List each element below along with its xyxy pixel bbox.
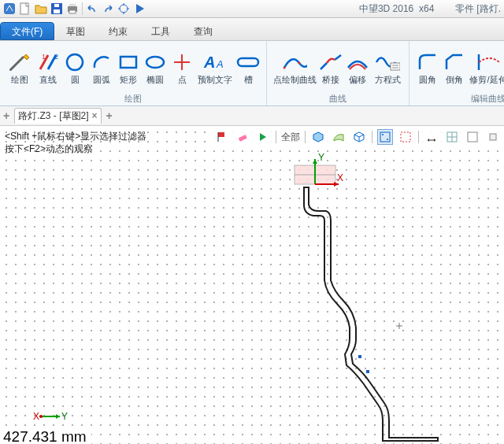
svg-rect-35 [380, 132, 390, 142]
group-label-edit: 编辑曲线 [414, 94, 504, 105]
svg-point-14 [67, 54, 83, 70]
arch-label: x64 [419, 3, 434, 14]
doc-tab-label: 路灯.Z3 - [草图2] [18, 110, 88, 121]
filter-wire-icon[interactable] [351, 129, 367, 145]
svg-rect-27 [391, 63, 400, 70]
dot-grid [0, 126, 504, 444]
group-label-curve: 曲线 [272, 94, 404, 105]
tool-arc[interactable]: 圆弧 [88, 50, 115, 85]
menu-file[interactable]: 文件(F) [0, 22, 54, 40]
tool-ellipse[interactable]: 椭圆 [142, 50, 169, 85]
svg-point-16 [146, 57, 164, 68]
svg-rect-1 [20, 3, 28, 14]
docname-label: [路灯. [476, 3, 501, 14]
svg-point-37 [387, 139, 388, 140]
brand-label: 中望3D [359, 3, 390, 14]
doctype-label: 零件 [455, 3, 474, 14]
svg-rect-4 [54, 4, 59, 7]
menu-bar: 文件(F) 草图 约束 工具 查询 [0, 18, 504, 41]
tool-fillet[interactable]: 圆角 [414, 50, 441, 85]
filter-surface-icon[interactable] [331, 129, 346, 145]
tool-circle[interactable]: 圆 [61, 50, 88, 85]
svg-rect-3 [54, 9, 60, 13]
filter-toolbar: 全部 [213, 129, 502, 145]
svg-text:X: X [33, 411, 39, 422]
new-icon[interactable] [19, 2, 32, 15]
svg-point-8 [120, 5, 128, 13]
doc-tabs: + 路灯.Z3 - [草图2] × + [0, 106, 504, 126]
tool-point-curve[interactable]: 点绘制曲线 [272, 50, 317, 85]
undo-icon[interactable] [86, 2, 98, 15]
doc-tab[interactable]: 路灯.Z3 - [草图2] × [14, 108, 101, 123]
ribbon-group-draw: 绘图 12直线 圆 圆弧 矩形 椭圆 点 AA预制文字 槽 绘图 [0, 41, 267, 105]
open-icon[interactable] [35, 2, 47, 15]
svg-point-36 [382, 134, 384, 135]
title-bar: 中望3D 2016 x64 零件 [路灯. [0, 0, 504, 18]
filter-dim-icon[interactable] [424, 129, 439, 145]
tool-chamfer[interactable]: 倒角 [441, 50, 468, 85]
tab-addleft-icon[interactable]: + [3, 109, 9, 123]
filter-flag-icon[interactable] [214, 129, 230, 145]
mini-axes-icon: Y X [33, 408, 69, 425]
menu-tool[interactable]: 工具 [139, 22, 182, 40]
filter-a-icon[interactable] [377, 129, 393, 145]
menu-sketch[interactable]: 草图 [54, 22, 97, 40]
svg-rect-21 [238, 58, 258, 66]
svg-rect-34 [239, 135, 247, 142]
ribbon-group-curve: 点绘制曲线 桥接 偏移 方程式 曲线 [267, 41, 410, 105]
filter-d-icon[interactable] [485, 129, 501, 145]
svg-text:A: A [216, 58, 224, 70]
svg-text:1: 1 [42, 53, 46, 61]
print-icon[interactable] [66, 2, 79, 15]
tool-draw[interactable]: 绘图 [5, 50, 35, 85]
svg-line-25 [321, 63, 327, 69]
tool-rect[interactable]: 矩形 [115, 50, 142, 85]
app-icon [3, 2, 16, 15]
separator [82, 2, 83, 15]
svg-line-26 [335, 55, 341, 60]
svg-point-59 [39, 415, 43, 418]
canvas[interactable]: 全部 <Shift +鼠标右键>显示选择过滤器 按下<F2>动态的观察 Y [0, 126, 504, 444]
ribbon-group-edit: 圆角 倒角 修剪/延伸 连接 修改 编辑曲线 [410, 41, 504, 105]
close-icon[interactable]: × [92, 110, 98, 121]
svg-text:A: A [203, 54, 215, 71]
svg-rect-15 [120, 57, 136, 68]
tool-offset[interactable]: 偏移 [344, 50, 371, 85]
filter-eraser-icon[interactable] [235, 129, 250, 145]
version-label: 2016 [393, 3, 414, 14]
svg-rect-6 [69, 4, 76, 6]
redo-icon[interactable] [102, 2, 114, 15]
status-measure: 427.431 mm [2, 428, 91, 444]
save-icon[interactable] [50, 2, 63, 15]
filter-grid-icon[interactable] [444, 129, 460, 145]
svg-text:2: 2 [54, 53, 58, 61]
tool-point[interactable]: 点 [169, 50, 195, 85]
filter-cube-icon[interactable] [310, 129, 326, 145]
svg-rect-7 [69, 10, 76, 13]
target-icon[interactable] [117, 2, 130, 15]
menu-query[interactable]: 查询 [182, 22, 224, 40]
filter-c-icon[interactable] [465, 129, 480, 145]
filter-all-label[interactable]: 全部 [281, 131, 300, 142]
tool-slot[interactable]: 槽 [235, 50, 261, 85]
svg-point-22 [284, 66, 286, 68]
svg-point-9 [9, 69, 11, 71]
tool-trim[interactable]: 修剪/延伸 [468, 50, 504, 85]
tool-pretext[interactable]: AA预制文字 [195, 50, 235, 85]
svg-point-23 [298, 61, 301, 64]
svg-rect-44 [490, 134, 496, 140]
svg-rect-38 [401, 132, 410, 142]
svg-rect-32 [218, 132, 224, 137]
filter-play-icon[interactable] [255, 129, 271, 145]
svg-rect-43 [468, 132, 477, 142]
menu-constrain[interactable]: 约束 [97, 22, 139, 40]
tool-bridge[interactable]: 桥接 [317, 50, 344, 85]
filter-b-icon[interactable] [398, 129, 413, 145]
tab-add-icon[interactable]: + [106, 109, 113, 123]
tool-equation[interactable]: 方程式 [371, 50, 404, 85]
play-icon[interactable] [133, 2, 146, 15]
svg-text:Y: Y [61, 411, 68, 422]
group-label-draw: 绘图 [5, 94, 261, 105]
tool-line[interactable]: 12直线 [35, 50, 61, 85]
ribbon: 绘图 12直线 圆 圆弧 矩形 椭圆 点 AA预制文字 槽 绘图 点绘制曲线 桥… [0, 41, 504, 106]
